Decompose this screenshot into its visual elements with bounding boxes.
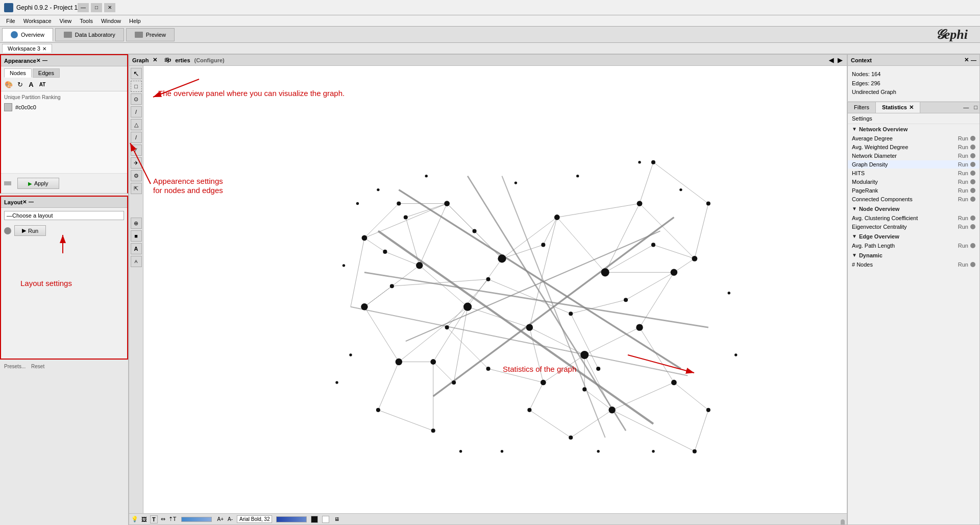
play-icon: ▶ [28, 181, 32, 186]
screen-icon[interactable]: 🖥 [334, 516, 339, 522]
appearance-minimize-icon[interactable]: — [42, 58, 47, 63]
paint-tool[interactable]: △ [131, 119, 142, 130]
nav-prev-arrow[interactable]: ◀ [827, 57, 835, 64]
light-bulb-icon[interactable]: 💡 [131, 516, 138, 522]
graph-density-run[interactable]: Run [958, 161, 968, 168]
eigenvector-run[interactable]: Run [958, 224, 968, 230]
layout-select[interactable]: —Choose a layout [4, 211, 124, 220]
textsize-icon[interactable]: AT [38, 80, 47, 89]
workspace-close-icon[interactable]: ✕ [42, 46, 46, 52]
svg-point-128 [638, 161, 641, 163]
plane-icon[interactable]: ✈ [131, 157, 142, 169]
partition-label: Unique Partition Ranking [4, 94, 124, 100]
run-button[interactable]: ▶ Run [14, 225, 46, 236]
graph-title: Graph [132, 57, 149, 63]
context-close-icon[interactable]: ✕ [964, 57, 969, 63]
nav-next-arrow[interactable]: ▶ [836, 57, 844, 64]
settings-tool[interactable]: ⚙ [131, 170, 142, 181]
avg-weighted-degree-run[interactable]: Run [958, 144, 968, 150]
menu-file[interactable]: File [2, 17, 19, 25]
drag-tool[interactable]: / [131, 132, 142, 143]
reset-label[interactable]: Reset [31, 364, 44, 369]
left-panel-bottom: Presets... Reset [0, 360, 128, 526]
avg-clustering-run[interactable]: Run [958, 215, 968, 221]
text-icon[interactable]: A [27, 80, 36, 89]
text2-tool[interactable]: A [131, 256, 142, 267]
presets-label[interactable]: Presets... [4, 364, 26, 369]
connected-components-run[interactable]: Run [958, 196, 968, 202]
svg-point-83 [608, 407, 615, 413]
rect-select-tool[interactable]: □ [131, 81, 142, 92]
select-tool[interactable]: ↖ [131, 68, 142, 79]
avg-path-run[interactable]: Run [958, 243, 968, 249]
workspace-tab[interactable]: Workspace 3 ✕ [2, 44, 52, 53]
close-button[interactable]: ✕ [104, 3, 115, 12]
color-value: #c0c0c0 [15, 104, 36, 110]
menu-help[interactable]: Help [125, 17, 145, 25]
svg-point-96 [404, 215, 408, 219]
avg-degree-run[interactable]: Run [958, 135, 968, 141]
layout-close-icon[interactable]: ✕ [22, 199, 27, 205]
tab-overview[interactable]: Overview [2, 28, 53, 41]
color-swatch[interactable] [4, 103, 12, 111]
collapse-edge-icon[interactable]: ▼ [852, 233, 857, 239]
target-tool[interactable]: ⊕ [131, 218, 142, 229]
color-picker-white[interactable] [322, 516, 329, 523]
statistics-close-icon[interactable]: ✕ [909, 104, 914, 111]
maximize-button[interactable]: □ [91, 3, 102, 12]
stat-pagerank: PageRank Run [848, 186, 979, 195]
nodes-count-run[interactable]: Run [958, 261, 968, 268]
graph-close-icon[interactable]: ✕ [153, 57, 157, 63]
square-tool[interactable]: ■ [131, 230, 142, 242]
pagerank-run[interactable]: Run [958, 187, 968, 194]
modularity-run[interactable]: Run [958, 179, 968, 185]
image-icon[interactable]: 🖼 [141, 516, 147, 522]
appearance-panel-header: Appearance ✕ — [1, 55, 127, 66]
lasso-tool[interactable]: ⊙ [131, 93, 142, 105]
edge-overview-header: ▼ Edge Overview [848, 231, 979, 242]
collapse-node-icon[interactable]: ▼ [852, 206, 857, 211]
menu-tools[interactable]: Tools [76, 17, 97, 25]
menu-workspace[interactable]: Workspace [19, 17, 56, 25]
stats-minimize-icon[interactable]: — [961, 104, 971, 110]
menu-view[interactable]: View [56, 17, 76, 25]
network-diameter-run[interactable]: Run [958, 153, 968, 159]
pencil-tool[interactable]: / [131, 106, 142, 117]
gephi-italic: 𝒢p [163, 57, 171, 63]
edges-tab[interactable]: Edges [33, 68, 60, 78]
nodes-tab-label: Nodes [10, 70, 26, 76]
appearance-close-icon[interactable]: ✕ [36, 58, 40, 63]
bold-text-btn[interactable]: T [150, 515, 158, 523]
layout-minimize-icon[interactable]: — [29, 199, 34, 205]
font-plus-btn[interactable]: A+ [217, 516, 224, 522]
text-up-icon[interactable]: ⇡T [168, 516, 177, 522]
scrollbar-thumb[interactable] [841, 519, 845, 526]
refresh-icon[interactable]: ↻ [15, 80, 24, 89]
tab-preview[interactable]: Preview [126, 28, 175, 41]
svg-point-88 [692, 256, 697, 261]
collapse-dynamic-icon[interactable]: ▼ [852, 252, 857, 258]
cursor-tool[interactable]: ⇱ [131, 183, 142, 194]
configure-label[interactable]: (Configure) [194, 57, 225, 63]
minimize-button[interactable]: — [78, 3, 89, 12]
tab-data-laboratory[interactable]: Data Laboratory [55, 28, 124, 41]
arrows-icon[interactable]: ⇔ [161, 516, 165, 522]
filters-tab[interactable]: Filters [848, 102, 876, 113]
color-picker-black[interactable] [311, 516, 318, 523]
svg-point-106 [596, 367, 600, 371]
graph-canvas[interactable] [143, 66, 847, 513]
overview-icon [11, 31, 18, 38]
line-tool[interactable]: ∕ [131, 145, 142, 156]
text-tool[interactable]: A [131, 243, 142, 254]
apply-button[interactable]: ▶ Apply [17, 178, 59, 189]
avg-weighted-degree-label: Avg. Weighted Degree [852, 144, 958, 150]
context-minimize-icon[interactable]: — [971, 57, 976, 63]
font-minus-btn[interactable]: A- [228, 516, 233, 522]
hits-run[interactable]: Run [958, 170, 968, 176]
collapse-network-icon[interactable]: ▼ [852, 126, 857, 132]
menu-window[interactable]: Window [97, 17, 125, 25]
nodes-tab[interactable]: Nodes [4, 68, 32, 78]
stats-max-icon[interactable]: □ [972, 104, 979, 110]
statistics-tab[interactable]: Statistics ✕ [876, 102, 920, 113]
color-icon[interactable]: 🎨 [4, 80, 13, 89]
